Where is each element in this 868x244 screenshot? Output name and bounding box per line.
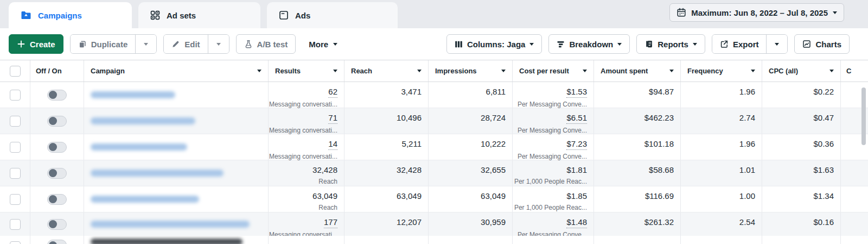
export-dropdown[interactable] (766, 35, 787, 53)
sort-caret-icon[interactable] (751, 70, 755, 72)
toggle-knob (49, 195, 57, 203)
campaign-toggle[interactable] (47, 194, 67, 205)
redacted-campaign-name[interactable] (91, 221, 250, 228)
vertical-scrollbar-thumb[interactable] (861, 87, 866, 145)
ads-frame-icon (279, 10, 289, 20)
header-clipped-column: C (841, 60, 868, 82)
row-checkbox[interactable] (10, 90, 21, 101)
results-value: 177 (324, 217, 337, 228)
header-cost-per-result[interactable]: Cost per result (513, 60, 594, 82)
cost-cell: $1.53 Per Messaging Conve... (513, 82, 594, 108)
row-checkbox[interactable] (10, 168, 21, 179)
export-button[interactable]: Export (712, 35, 767, 53)
breakdown-button[interactable]: Breakdown (548, 34, 630, 54)
cost-cell: $6.51 Per Messaging Conve... (513, 108, 594, 134)
cpc-value: $0.36 (813, 139, 834, 149)
campaign-toggle[interactable] (47, 240, 67, 244)
reach-cell: 63,049 (344, 186, 429, 212)
sort-caret-icon[interactable] (669, 70, 674, 72)
header-impressions[interactable]: Impressions (429, 60, 513, 82)
redacted-campaign-name[interactable] (91, 143, 187, 151)
tab-ads[interactable]: Ads (267, 2, 398, 28)
sort-caret-icon[interactable] (501, 70, 506, 72)
spent-value: $101.18 (644, 139, 674, 149)
reach-cell: 12,207 (344, 212, 429, 236)
redacted-campaign-name[interactable] (91, 196, 199, 203)
frequency-cell: 1.00 (681, 186, 762, 212)
ab-test-button[interactable]: A/B test (236, 34, 296, 54)
cost-cell: $1.48 Per Messaging Conve... (513, 212, 594, 236)
table-row: 71 Messaging conversati... 10,496 28,724… (0, 108, 868, 134)
redacted-campaign-name[interactable] (91, 91, 175, 98)
header-reach[interactable]: Reach (344, 60, 429, 82)
duplicate-dropdown[interactable] (135, 35, 156, 53)
reports-button[interactable]: Reports (636, 34, 705, 54)
cost-cell: $1.85 Per 1,000 People Reac... (513, 186, 594, 212)
tab-ad-sets[interactable]: Ad sets (138, 2, 260, 28)
more-label: More (309, 40, 328, 49)
redacted-campaign-name[interactable] (91, 170, 224, 177)
header-off-on: Off / On (30, 60, 84, 82)
toggle-knob (49, 169, 57, 177)
row-checkbox[interactable] (10, 142, 21, 153)
calendar-icon (676, 8, 686, 17)
row-toggle-cell (30, 186, 84, 212)
date-range-selector[interactable]: Maximum: Jun 8, 2022 – Jul 8, 2025 (669, 3, 844, 22)
row-checkbox[interactable] (10, 241, 21, 244)
spent-cell (594, 236, 681, 244)
row-toggle-cell (30, 236, 84, 244)
campaign-toggle[interactable] (47, 142, 67, 153)
header-results[interactable]: Results (269, 60, 344, 82)
sort-caret-icon[interactable] (829, 70, 834, 72)
campaign-toggle[interactable] (47, 168, 67, 179)
more-button[interactable]: More (309, 40, 337, 49)
header-frequency-label: Frequency (687, 67, 723, 75)
edit-button[interactable]: Edit (164, 35, 207, 53)
row-checkbox[interactable] (10, 116, 21, 127)
edit-dropdown[interactable] (208, 35, 229, 53)
table-row: 63,049 Reach 63,049 63,049 $1.85 Per 1,0… (0, 186, 868, 212)
row-select-cell (0, 82, 30, 108)
spent-value: $462.23 (644, 113, 674, 123)
row-toggle-cell (30, 108, 84, 134)
cost-value: $1.53 (566, 87, 587, 98)
row-checkbox[interactable] (10, 194, 21, 205)
tab-campaigns[interactable]: Campaigns (9, 2, 132, 28)
redacted-campaign-name[interactable] (91, 117, 195, 124)
header-cpc[interactable]: CPC (all) (762, 60, 841, 82)
duplicate-split-button: Duplicate (70, 34, 157, 54)
campaign-toggle[interactable] (47, 219, 67, 230)
row-toggle-cell (30, 160, 84, 186)
cpc-cell: $1.63 (762, 160, 841, 186)
header-campaign[interactable]: Campaign (84, 60, 269, 82)
spent-value: $58.68 (649, 165, 674, 175)
row-checkbox[interactable] (10, 219, 21, 230)
campaign-toggle[interactable] (47, 116, 67, 127)
header-clipped-label: C (846, 67, 851, 75)
sort-caret-icon[interactable] (257, 70, 261, 72)
redacted-campaign-name-dark[interactable] (91, 239, 242, 244)
clipped-cell (841, 186, 868, 212)
duplicate-button[interactable]: Duplicate (71, 35, 136, 53)
sort-caret-icon[interactable] (583, 70, 587, 72)
row-select-cell (0, 236, 30, 244)
cost-cell (513, 236, 594, 244)
header-amount-spent[interactable]: Amount spent (594, 60, 681, 82)
charts-button[interactable]: Charts (794, 34, 850, 54)
tab-ad-sets-label: Ad sets (167, 11, 196, 20)
columns-button[interactable]: Columns: Jaga (446, 34, 542, 54)
campaign-toggle[interactable] (47, 90, 67, 101)
select-all-cell (0, 60, 30, 82)
table-row-partial (0, 236, 868, 244)
sort-caret-icon[interactable] (417, 70, 422, 72)
select-all-checkbox[interactable] (10, 66, 21, 77)
campaign-folder-icon (21, 10, 31, 21)
create-button[interactable]: Create (9, 34, 63, 54)
spent-value: $261.32 (644, 217, 674, 227)
toggle-knob (49, 241, 57, 244)
actions-toolbar: Create Duplicate Edit (0, 28, 868, 60)
sort-caret-icon[interactable] (333, 70, 337, 72)
chevron-down-icon (529, 43, 534, 46)
header-cost-per-result-label: Cost per result (519, 67, 569, 75)
header-frequency[interactable]: Frequency (681, 60, 762, 82)
